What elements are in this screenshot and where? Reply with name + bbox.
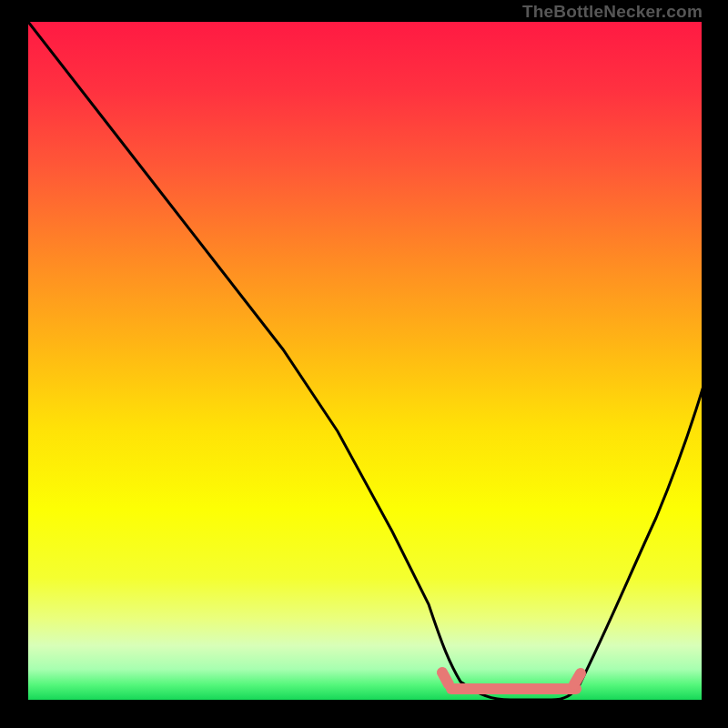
chart-svg xyxy=(28,22,702,700)
svg-line-1 xyxy=(442,672,449,684)
gradient-chart xyxy=(28,22,702,700)
watermark-text: TheBottleNecker.com xyxy=(522,2,703,22)
svg-line-2 xyxy=(574,673,581,684)
gradient-background xyxy=(28,22,702,700)
